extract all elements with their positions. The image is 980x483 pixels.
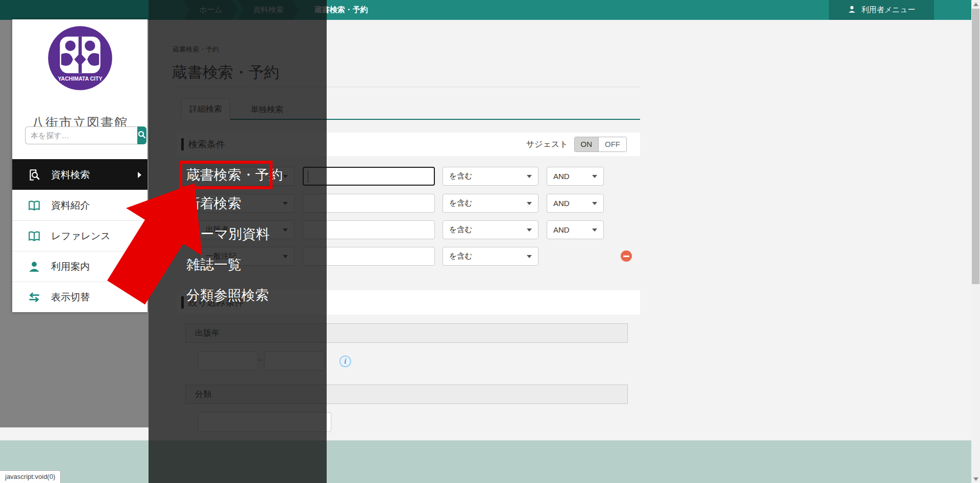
scrollbar-up-arrow-icon[interactable] (973, 3, 978, 6)
operator-select-row1[interactable]: AND (547, 167, 604, 186)
chevron-right-icon (138, 172, 141, 178)
match-select-row4[interactable]: を含む (443, 247, 538, 266)
info-icon[interactable]: i (339, 355, 351, 367)
match-select-row2[interactable]: を含む (443, 194, 538, 213)
sidebar-item-label: 利用案内 (51, 260, 90, 273)
sidebar-item-label: 表示切替 (51, 291, 90, 304)
suggest-label: サジェスト (526, 139, 568, 150)
operator-select-row3[interactable]: AND (547, 220, 604, 239)
open-book-icon (28, 230, 41, 243)
remove-row-button[interactable] (621, 250, 632, 262)
sidebar-item-label: 資料紹介 (51, 199, 90, 212)
person-icon (28, 260, 41, 273)
suggest-toggle: ON OFF (574, 137, 627, 152)
scrollbar-thumb[interactable] (972, 9, 979, 284)
sidebar-search-button[interactable] (137, 126, 146, 144)
sidebar-item-material-intro[interactable]: 資料紹介 (12, 190, 148, 220)
swap-arrows-icon (28, 291, 41, 304)
user-menu-label: 利用者メニュー (861, 5, 915, 15)
chevron-right-icon (138, 294, 141, 300)
sidebar-panel: YACHIMATA CITY 八街市立図書館 資料検索 資料紹介 (12, 19, 148, 312)
sidebar-item-label: レファレンス (51, 230, 111, 243)
sidebar-item-material-search[interactable]: 資料検索 (12, 159, 148, 190)
document-search-icon (28, 168, 41, 182)
search-icon (137, 130, 146, 141)
submenu-item-theme-materials[interactable]: テーマ別資料 (186, 225, 270, 243)
suggest-off-button[interactable]: OFF (598, 137, 626, 151)
match-select-row1[interactable]: を含む (443, 167, 538, 186)
sidebar-item-user-guide[interactable]: 利用案内 (12, 251, 148, 282)
sidebar-item-reference[interactable]: レファレンス (12, 220, 148, 251)
suggest-on-button[interactable]: ON (575, 137, 599, 151)
operator-select-row2[interactable]: AND (547, 194, 604, 213)
open-book-icon (28, 199, 41, 212)
submenu-item-classification-search[interactable]: 分類参照検索 (186, 287, 269, 304)
page-scrollbar[interactable] (971, 0, 980, 483)
submenu-item-new-arrivals[interactable]: 新着検索 (186, 195, 241, 212)
status-bar-link-preview: javascript:void(0) (0, 470, 61, 483)
library-logo[interactable]: YACHIMATA CITY (12, 26, 148, 91)
sidebar-search (25, 126, 136, 144)
submenu-item-magazine-list[interactable]: 雑誌一覧 (186, 256, 241, 273)
sidebar-item-display-switch[interactable]: 表示切替 (12, 282, 148, 312)
footer-bar: 検索 (0, 440, 971, 483)
scrollbar-down-arrow-icon[interactable] (973, 477, 978, 481)
submenu-item-catalog-search[interactable]: 蔵書検索・予約 (186, 166, 283, 184)
user-icon (847, 5, 856, 15)
logo-caption: YACHIMATA CITY (58, 76, 102, 82)
sidebar-menu: 資料検索 資料紹介 レファレンス 利用案内 表示切替 (12, 159, 148, 312)
sidebar-search-input[interactable] (25, 126, 137, 144)
sidebar-item-label: 資料検索 (51, 168, 90, 182)
match-select-row3[interactable]: を含む (443, 220, 538, 239)
suggest-toggle-group: サジェスト ON OFF (526, 137, 627, 152)
user-menu-button[interactable]: 利用者メニュー (829, 0, 934, 20)
